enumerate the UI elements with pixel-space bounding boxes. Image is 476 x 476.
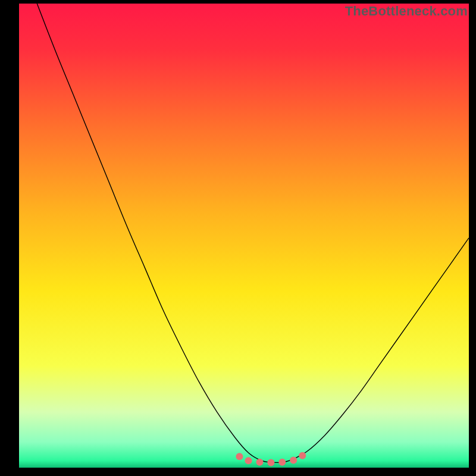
trough-dot — [267, 459, 274, 466]
trough-dot — [245, 457, 252, 464]
trough-dot — [299, 452, 306, 459]
bottleneck-chart — [19, 4, 469, 468]
trough-dot — [256, 459, 263, 466]
trough-dot — [236, 453, 243, 460]
gradient-backdrop — [19, 4, 469, 468]
watermark-label: TheBottleneck.com — [345, 4, 468, 19]
chart-frame — [19, 4, 469, 468]
trough-dot — [290, 457, 297, 464]
trough-dot — [278, 459, 286, 466]
